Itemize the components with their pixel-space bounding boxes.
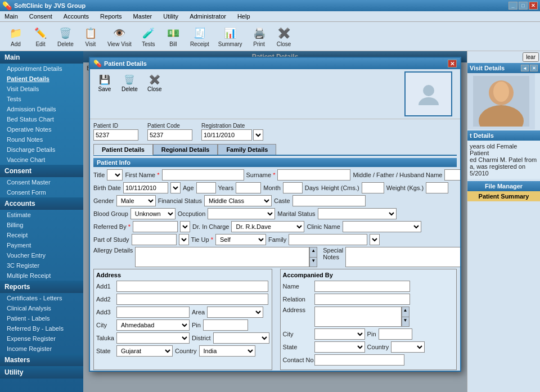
acc-addr-scroll-up[interactable]: ▲ xyxy=(402,307,409,317)
gender-select[interactable]: MaleFemale xyxy=(116,195,156,206)
family-dropdown[interactable]: ▼ xyxy=(370,234,380,245)
minimize-button[interactable]: _ xyxy=(508,2,518,10)
patient-id-input[interactable] xyxy=(93,129,138,141)
modal-save-button[interactable]: 💾 Save xyxy=(94,71,115,116)
close-button[interactable]: ✕ xyxy=(529,2,538,10)
add3-input[interactable] xyxy=(116,307,190,318)
birth-date-input[interactable] xyxy=(123,182,168,193)
toolbar-add-button[interactable]: 📁 Add xyxy=(4,24,27,48)
menu-utility[interactable]: Utility xyxy=(161,12,181,20)
weight-input[interactable] xyxy=(426,182,448,193)
sidebar-item-round[interactable]: Round Notes xyxy=(0,134,83,145)
toolbar-summary-button[interactable]: 📊 Summary xyxy=(215,24,246,48)
allergy-scroll-up[interactable]: ▲ xyxy=(310,247,317,258)
part-study-dropdown[interactable]: ▼ xyxy=(179,234,189,245)
sidebar-item-admission[interactable]: Admission Details xyxy=(0,104,83,114)
toolbar-receipt-button[interactable]: 🧾 Receipt xyxy=(187,24,213,48)
taluka-select[interactable] xyxy=(116,332,190,344)
toolbar-print-button[interactable]: 🖨️ Print xyxy=(248,24,271,48)
modal-delete-button[interactable]: 🗑️ Delete xyxy=(119,71,140,116)
area-select[interactable] xyxy=(207,307,263,318)
surname-input[interactable] xyxy=(277,169,350,181)
middle-input[interactable] xyxy=(444,169,460,181)
first-name-input[interactable] xyxy=(162,169,244,181)
visit-next-button[interactable]: ✕ xyxy=(530,65,538,71)
visit-prev-button[interactable]: ◄ xyxy=(521,65,529,71)
sidebar-item-billing[interactable]: Billing xyxy=(0,220,83,230)
menu-help[interactable]: Help xyxy=(235,12,253,20)
allergy-textarea[interactable] xyxy=(135,247,309,267)
acc-address-textarea[interactable] xyxy=(314,307,402,327)
blood-group-select[interactable]: Unknown xyxy=(130,208,176,219)
referred-by-dropdown[interactable]: ▼ xyxy=(180,221,190,232)
sidebar-item-visit[interactable]: Visit Details xyxy=(0,84,83,94)
district-select[interactable] xyxy=(213,332,269,344)
birth-date-dropdown[interactable]: ▼ xyxy=(170,182,181,193)
sidebar-item-voucher[interactable]: Voucher Entry xyxy=(0,250,83,260)
toolbar-delete-button[interactable]: 🗑️ Delete xyxy=(54,24,77,48)
add1-input[interactable] xyxy=(116,281,268,292)
toolbar-close-button[interactable]: ✖️ Close xyxy=(273,24,295,48)
sidebar-item-operative[interactable]: Operative Notes xyxy=(0,124,83,134)
sidebar-item-appointment[interactable]: Appointment Details xyxy=(0,64,83,74)
title-select[interactable] xyxy=(107,169,123,181)
age-input[interactable] xyxy=(196,182,216,193)
sidebar-item-payment[interactable]: Payment xyxy=(0,240,83,250)
registration-date-input[interactable] xyxy=(201,129,252,141)
sidebar-item-clinical[interactable]: Clinical Analysis xyxy=(0,303,83,313)
sidebar-item-consent-form[interactable]: Consent Form xyxy=(0,187,83,197)
sidebar-item-discharge[interactable]: Discharge Details xyxy=(0,145,83,155)
sidebar-item-expense[interactable]: Expense Register xyxy=(0,334,83,344)
days-input[interactable] xyxy=(283,182,303,193)
sidebar-item-3c[interactable]: 3C Register xyxy=(0,260,83,271)
menu-administrator[interactable]: Administrator xyxy=(187,12,228,20)
caste-input[interactable] xyxy=(292,195,366,206)
acc-name-input[interactable] xyxy=(314,281,410,292)
special-notes-textarea[interactable] xyxy=(345,247,460,267)
menu-consent[interactable]: Consent xyxy=(27,12,55,20)
patient-code-input[interactable] xyxy=(147,129,192,141)
modal-close-btn2[interactable]: ✖️ Close xyxy=(145,71,165,116)
state-select[interactable]: Gujarat xyxy=(116,345,173,357)
dr-in-charge-select[interactable]: Dr. R.k.Dave xyxy=(231,221,304,232)
menu-main[interactable]: Main xyxy=(2,12,20,20)
tie-up-select[interactable]: Self xyxy=(215,234,266,245)
country-select[interactable]: India xyxy=(199,345,255,357)
acc-relation-input[interactable] xyxy=(314,294,410,305)
occupation-select[interactable] xyxy=(208,208,275,219)
toolbar-visit-button[interactable]: 📋 Visit xyxy=(79,24,102,48)
acc-contact-input[interactable] xyxy=(314,354,404,366)
patient-summary-button[interactable]: Patient Summary xyxy=(467,191,540,201)
sidebar-item-vaccine[interactable]: Vaccine Chart xyxy=(0,155,83,165)
modal-close-button[interactable]: ✕ xyxy=(448,60,457,67)
acc-state-select[interactable] xyxy=(314,341,365,353)
tab-patient-details[interactable]: Patient Details xyxy=(93,144,153,155)
sidebar-item-patient[interactable]: Patient Details xyxy=(0,74,83,84)
referred-by-input[interactable] xyxy=(133,221,178,232)
financial-status-select[interactable]: Middle Class xyxy=(204,195,272,206)
sidebar-item-multiple-receipt[interactable]: Multiple Receipt xyxy=(0,271,83,281)
sidebar-item-patient-labels[interactable]: Patient - Labels xyxy=(0,313,83,323)
toolbar-edit-button[interactable]: ✏️ Edit xyxy=(29,24,52,48)
registration-date-dropdown[interactable]: ▼ xyxy=(253,129,263,141)
allergy-scroll-down[interactable]: ▼ xyxy=(310,258,317,267)
menu-accounts[interactable]: Accounts xyxy=(61,12,91,20)
clear-button[interactable]: lear xyxy=(523,52,539,62)
sidebar-item-certificates[interactable]: Certificates - Letters xyxy=(0,293,83,303)
maximize-button[interactable]: □ xyxy=(519,2,528,10)
menu-reports[interactable]: Reports xyxy=(98,12,124,20)
month-input[interactable] xyxy=(236,182,261,193)
part-study-input[interactable] xyxy=(132,234,177,245)
sidebar-item-bed-status[interactable]: Bed Status Chart xyxy=(0,114,83,124)
acc-city-select[interactable] xyxy=(314,328,365,340)
tab-family-details[interactable]: Family Details xyxy=(218,144,276,155)
clinic-name-select[interactable] xyxy=(343,221,421,232)
sidebar-item-estimate[interactable]: Estimate xyxy=(0,210,83,220)
pin-input[interactable] xyxy=(203,319,248,331)
toolbar-view-visit-button[interactable]: 👁️ View Visit xyxy=(104,24,135,48)
family-input[interactable] xyxy=(289,234,367,245)
acc-addr-scroll-down[interactable]: ▼ xyxy=(402,317,409,327)
sidebar-item-tests[interactable]: Tests xyxy=(0,94,83,104)
toolbar-tests-button[interactable]: 🧪 Tests xyxy=(137,24,160,48)
add2-input[interactable] xyxy=(116,294,268,305)
